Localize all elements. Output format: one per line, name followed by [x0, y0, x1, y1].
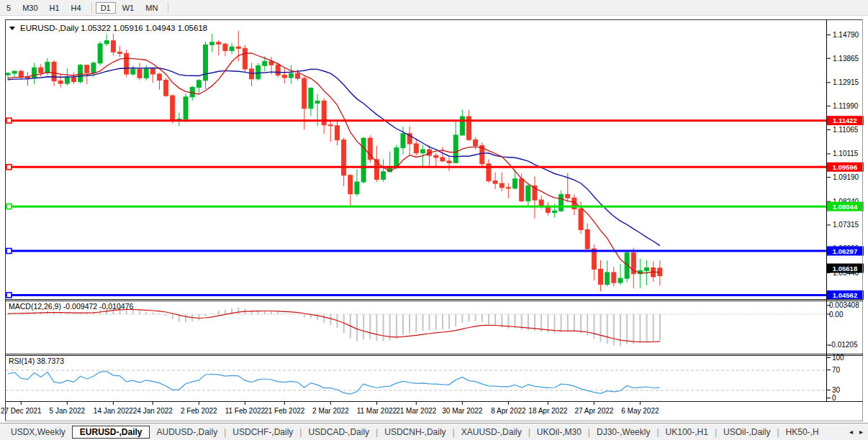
date-label: 5 Jan 2022 — [50, 407, 86, 415]
candle — [407, 127, 412, 156]
candle — [374, 146, 379, 182]
candle — [302, 77, 307, 130]
candle — [499, 173, 504, 191]
date-label: 27 Apr 2022 — [574, 407, 613, 415]
candle — [12, 70, 17, 78]
candle — [137, 63, 142, 80]
tab-eurusd-daily[interactable]: EURUSD-,Daily — [72, 426, 150, 439]
candle — [204, 42, 208, 89]
candle — [487, 160, 491, 183]
date-label: 11 Mar 2022 — [357, 407, 397, 415]
level-line-1.06297[interactable]: 1.06297 — [6, 247, 864, 256]
level-handle[interactable] — [6, 118, 12, 123]
candle — [171, 94, 175, 123]
level-handle[interactable] — [6, 249, 12, 254]
timeframe-button-D1[interactable]: D1 — [96, 2, 116, 14]
tabs-scroll-left-icon[interactable]: ◂ — [849, 428, 853, 436]
tab-ukoil-m30[interactable]: UKOil-,M30 — [530, 426, 588, 439]
candle — [381, 160, 386, 182]
rsi-axis-label: 100 — [832, 354, 844, 362]
rsi-axis-label: 70 — [832, 366, 841, 374]
candle — [348, 174, 353, 206]
candle — [98, 42, 102, 65]
level-line-1.04562[interactable]: 1.04562 — [6, 290, 864, 300]
candle — [493, 173, 497, 189]
tab-usdcnh-daily[interactable]: USDCNH-,Daily — [378, 426, 452, 439]
candle — [289, 65, 293, 83]
level-price-label: 1.09596 — [833, 163, 857, 171]
level-line-1.09596[interactable]: 1.09596 — [6, 162, 864, 172]
candle — [467, 110, 471, 141]
candle — [309, 87, 313, 116]
date-label: 21 Mar 2022 — [396, 407, 437, 415]
candle — [434, 153, 438, 166]
tab-usdcad-daily[interactable]: USDCAD-,Daily — [302, 426, 376, 439]
candle — [526, 183, 530, 206]
candle — [546, 202, 550, 216]
candle — [342, 137, 346, 185]
level-handle[interactable] — [6, 293, 12, 298]
candle — [414, 139, 418, 156]
rsi-pane: 10070300RSI(14) 38.7373 — [6, 354, 844, 402]
level-line-1.11422[interactable]: 1.11422 — [6, 116, 864, 125]
rsi-axis-label: 30 — [832, 386, 841, 394]
pane-borders — [5, 19, 863, 421]
candle — [533, 176, 537, 219]
candle — [118, 46, 122, 58]
timeframe-button-MN[interactable]: MN — [140, 2, 163, 14]
date-label: 6 May 2022 — [621, 407, 659, 415]
level-line-1.08044[interactable]: 1.08044 — [6, 202, 864, 211]
price-tick-label: 1.07315 — [833, 221, 859, 229]
level-handle[interactable] — [6, 165, 12, 170]
date-label: 21 Feb 2022 — [264, 407, 305, 415]
candle — [32, 63, 37, 84]
macd-label: MACD(12,26,9) -0.009472 -0.010476 — [9, 302, 134, 311]
toolbar-divider — [91, 2, 92, 13]
tab-hk50-h[interactable]: HK50-,H — [779, 426, 826, 439]
level-handle[interactable] — [6, 204, 12, 209]
candle — [474, 137, 478, 150]
candle — [125, 50, 129, 77]
tab-usoil-daily[interactable]: USOil-,Daily — [717, 426, 777, 439]
timeframe-button-H4[interactable]: H4 — [66, 2, 86, 14]
timeframe-toolbar: 5M30H1H4D1W1MN — [0, 0, 868, 16]
candle — [210, 34, 214, 52]
ma-fast-line — [8, 53, 660, 273]
candle — [256, 63, 261, 81]
collapse-chart-icon[interactable] — [9, 27, 15, 30]
ma-slow-line — [8, 68, 660, 246]
macd-pane: 0.0034080.00-0.01205MACD(12,26,9) -0.009… — [6, 301, 859, 349]
macd-axis-label: 0.00 — [829, 311, 844, 318]
timeframe-button-M30[interactable]: M30 — [17, 2, 42, 14]
timeframe-button-W1[interactable]: W1 — [117, 2, 140, 14]
timeframe-button-5[interactable]: 5 — [1, 2, 16, 14]
tab-audusd-daily[interactable]: AUDUSD-,Daily — [150, 426, 224, 439]
tab-usdx-weekly[interactable]: USDX,Weekly — [4, 426, 72, 439]
tabs-scroll-right-icon[interactable]: ▸ — [859, 428, 863, 436]
tab-scroll-arrows: ◂ ▸ — [844, 423, 868, 440]
candle — [447, 157, 451, 170]
date-label: 14 Jan 2022 — [94, 407, 133, 415]
candle — [282, 68, 286, 83]
date-label: 11 Feb 2022 — [225, 407, 266, 415]
tab-xauusd-daily[interactable]: XAUUSD-,Daily — [455, 426, 528, 439]
candle — [19, 70, 23, 80]
candle — [335, 122, 340, 145]
candle — [572, 194, 577, 215]
svg-text:1.05618: 1.05618 — [833, 265, 857, 272]
candle — [559, 191, 564, 212]
candle — [506, 183, 510, 198]
timeframe-button-H1[interactable]: H1 — [45, 2, 65, 14]
price-tick-label: 1.11990 — [833, 102, 859, 110]
eurusd-daily-chart[interactable]: 1.147901.138651.129151.119901.110651.101… — [0, 16, 868, 423]
candle — [223, 42, 227, 55]
current-price-label: 1.05618 — [827, 264, 864, 273]
candle — [328, 120, 333, 142]
candle — [322, 98, 326, 134]
tab-usdchf-daily[interactable]: USDCHF-,Daily — [226, 426, 299, 439]
level-price-label: 1.06297 — [833, 247, 857, 255]
toolbar-divider — [168, 2, 168, 13]
tab-uk100-h1[interactable]: UK100-,H1 — [659, 426, 715, 439]
candle — [131, 65, 135, 75]
tab-dj30-weekly[interactable]: DJ30-,Weekly — [590, 426, 656, 439]
